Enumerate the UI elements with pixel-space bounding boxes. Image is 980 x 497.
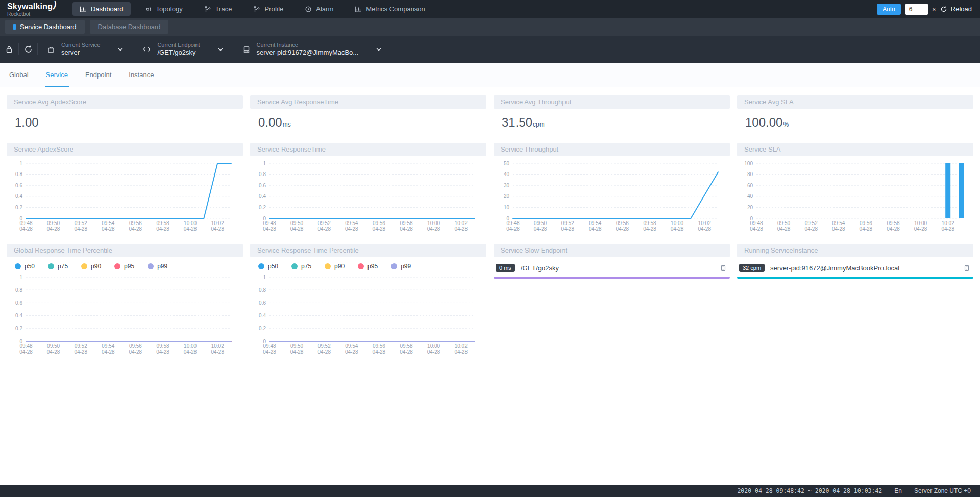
chart-card-global-percentile: Global Response Time Percentile p50p75p9… — [7, 244, 243, 360]
svg-text:04-28: 04-28 — [616, 226, 629, 232]
legend-item-p99[interactable]: p99 — [391, 263, 411, 270]
svg-text:0.8: 0.8 — [15, 287, 22, 293]
nav-item-alarm[interactable]: Alarm — [298, 2, 340, 16]
dash-label: Service Dashboard — [20, 23, 77, 31]
svg-text:30: 30 — [504, 183, 510, 188]
svg-text:10:00: 10:00 — [427, 343, 440, 349]
nav-item-profile[interactable]: Profile — [246, 2, 290, 16]
legend-item-p75[interactable]: p75 — [48, 263, 68, 270]
service-dashboard-button[interactable]: Service Dashboard — [5, 20, 85, 34]
service-response-time-percentile-chart[interactable]: 00.20.40.60.8109:4804-2809:5004-2809:520… — [250, 270, 486, 360]
svg-text:09:48: 09:48 — [506, 220, 519, 226]
service-responsetime-chart[interactable]: 00.20.40.60.8109:4804-2809:5004-2809:520… — [250, 156, 486, 237]
svg-text:60: 60 — [747, 183, 753, 188]
svg-text:09:50: 09:50 — [47, 343, 60, 349]
svg-text:10:02: 10:02 — [698, 220, 711, 226]
service-throughput-chart[interactable]: 0102030405009:4804-2809:5004-2809:5204-2… — [494, 156, 730, 237]
refresh-context-button[interactable] — [19, 36, 37, 63]
card-title: Service ApdexScore — [7, 143, 243, 156]
nav-item-metrics-comparison[interactable]: Metrics Comparison — [348, 2, 432, 16]
svg-text:04-28: 04-28 — [832, 226, 845, 232]
svg-text:0.4: 0.4 — [15, 193, 22, 199]
tab-endpoint[interactable]: Endpoint — [84, 63, 112, 87]
svg-text:09:58: 09:58 — [156, 343, 169, 349]
svg-text:04-28: 04-28 — [263, 226, 276, 232]
global-response-time-percentile-chart[interactable]: 00.20.40.60.8109:4804-2809:5004-2809:520… — [7, 270, 243, 360]
current-service-selector[interactable]: Current Service server — [38, 36, 133, 63]
service-apdexscore-chart[interactable]: 00.20.40.60.8109:4804-2809:5004-2809:520… — [7, 156, 243, 237]
nav-item-topology[interactable]: Topology — [138, 2, 190, 16]
selector-value: /GET/go2sky — [157, 48, 200, 57]
refresh-interval-input[interactable] — [905, 4, 928, 15]
chart-card-throughput: Service Throughput 0102030405009:4804-28… — [494, 143, 730, 237]
card-title: Service Avg Throughput — [494, 95, 730, 109]
legend-item-p90[interactable]: p90 — [325, 263, 345, 270]
svg-text:04-28: 04-28 — [589, 226, 602, 232]
selector-value: server — [61, 48, 100, 57]
language-switcher[interactable]: En — [894, 487, 902, 494]
bar-chart-icon — [80, 6, 87, 13]
nav-item-dashboard[interactable]: Dashboard — [72, 2, 131, 16]
svg-text:09:50: 09:50 — [290, 343, 303, 349]
svg-text:04-28: 04-28 — [211, 226, 224, 232]
card-title: Service Avg SLA — [737, 95, 973, 109]
legend-item-p95[interactable]: p95 — [358, 263, 378, 270]
svg-text:09:52: 09:52 — [561, 220, 574, 226]
nav-label: Dashboard — [91, 5, 124, 13]
svg-text:04-28: 04-28 — [941, 226, 954, 232]
auto-refresh-button[interactable]: Auto — [877, 4, 901, 15]
svg-text:10: 10 — [504, 205, 510, 210]
selector-value: server-pid:91672@JimmyMacBo... — [257, 48, 359, 57]
chevron-down-icon[interactable] — [217, 46, 224, 53]
charts-row: Service ApdexScore 00.20.40.60.8109:4804… — [7, 143, 973, 237]
database-dashboard-button[interactable]: Database Dashboard — [90, 20, 169, 34]
svg-text:04-28: 04-28 — [47, 349, 60, 355]
svg-text:04-28: 04-28 — [129, 349, 142, 355]
interval-unit-label: s — [933, 6, 936, 13]
svg-text:0.6: 0.6 — [259, 300, 266, 306]
legend-item-p90[interactable]: p90 — [81, 263, 101, 270]
time-range-picker[interactable]: 2020-04-28 09:48:42 ~ 2020-04-28 10:03:4… — [737, 487, 882, 494]
legend-item-p95[interactable]: p95 — [114, 263, 134, 270]
service-sla-chart[interactable]: 02040608010009:4804-2809:5004-2809:5204-… — [737, 156, 973, 237]
svg-text:04-28: 04-28 — [317, 226, 331, 232]
running-instance-item: 32 cpm server-pid:91672@JimmyMacBookPro.… — [737, 257, 973, 277]
nav-item-trace[interactable]: Trace — [197, 2, 239, 16]
chevron-down-icon[interactable] — [376, 46, 382, 53]
current-endpoint-selector[interactable]: Current Endpoint /GET/go2sky — [133, 36, 233, 63]
legend-item-p50[interactable]: p50 — [15, 263, 35, 270]
card-title: Service Response Time Percentile — [250, 244, 486, 257]
legend-item-p75[interactable]: p75 — [291, 263, 311, 270]
svg-text:0.2: 0.2 — [259, 326, 266, 331]
nav-label: Profile — [264, 5, 283, 13]
stat-unit: cpm — [533, 121, 545, 128]
chevron-down-icon[interactable] — [117, 46, 124, 53]
running-instance-bar — [737, 277, 973, 279]
app-logo[interactable]: Skywalking) Rocketbot — [7, 2, 72, 17]
profile-branch-icon — [253, 6, 260, 13]
svg-text:04-28: 04-28 — [317, 349, 331, 355]
svg-text:09:50: 09:50 — [290, 220, 303, 226]
svg-text:04-28: 04-28 — [290, 349, 304, 355]
instance-name: server-pid:91672@JimmyMacBookPro.local — [770, 264, 899, 272]
tab-global[interactable]: Global — [8, 63, 30, 87]
svg-text:09:54: 09:54 — [102, 343, 114, 349]
refresh-controls: Auto s Reload — [877, 4, 980, 15]
svg-text:10:00: 10:00 — [427, 220, 440, 226]
lock-button[interactable] — [0, 36, 18, 63]
current-instance-selector[interactable]: Current Instance server-pid:91672@JimmyM… — [233, 36, 392, 63]
svg-text:09:54: 09:54 — [589, 220, 601, 226]
svg-text:09:48: 09:48 — [263, 343, 276, 349]
tab-instance[interactable]: Instance — [128, 63, 155, 87]
legend-item-p99[interactable]: p99 — [148, 263, 167, 270]
tab-service[interactable]: Service — [45, 63, 69, 87]
percentile-legend: p50p75p90p95p99 — [7, 257, 243, 270]
reload-button[interactable]: Reload — [940, 5, 972, 13]
legend-item-p50[interactable]: p50 — [258, 263, 278, 270]
clipboard-icon[interactable] — [720, 264, 727, 272]
clipboard-icon[interactable] — [963, 264, 970, 272]
context-selector-bar: Current Service server Current Endpoint … — [0, 36, 980, 63]
svg-text:10:00: 10:00 — [184, 220, 197, 226]
svg-text:04-28: 04-28 — [129, 226, 142, 232]
stat-value: 1.00 — [7, 109, 243, 136]
